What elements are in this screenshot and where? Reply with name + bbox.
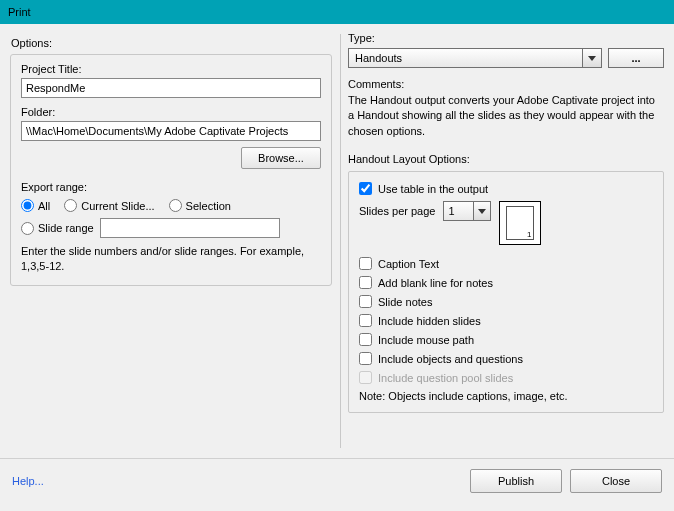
radio-all-label: All bbox=[38, 200, 50, 212]
window-title: Print bbox=[8, 6, 31, 18]
project-title-input[interactable] bbox=[21, 78, 321, 98]
check-notes-label: Slide notes bbox=[378, 296, 432, 308]
check-hidden-label: Include hidden slides bbox=[378, 315, 481, 327]
radio-current[interactable]: Current Slide... bbox=[64, 199, 154, 212]
close-button[interactable]: Close bbox=[570, 469, 662, 493]
type-dropdown[interactable]: Handouts bbox=[348, 48, 602, 68]
options-fieldset: Options: Project Title: Folder: Browse..… bbox=[10, 54, 332, 286]
type-options-button[interactable]: ... bbox=[608, 48, 664, 68]
check-hidden-slides[interactable]: Include hidden slides bbox=[359, 314, 481, 327]
check-pool-input bbox=[359, 371, 372, 384]
comments-label: Comments: bbox=[348, 78, 664, 90]
chevron-down-icon bbox=[588, 56, 596, 61]
radio-slide-range-input[interactable] bbox=[21, 222, 34, 235]
dialog-body: Options: Project Title: Folder: Browse..… bbox=[0, 24, 674, 458]
check-objects-input[interactable] bbox=[359, 352, 372, 365]
check-caption-text[interactable]: Caption Text bbox=[359, 257, 439, 270]
layout-preview bbox=[499, 201, 541, 245]
check-use-table-input[interactable] bbox=[359, 182, 372, 195]
slides-per-page-dropdown[interactable]: 1 bbox=[443, 201, 491, 221]
layout-note: Note: Objects include captions, image, e… bbox=[359, 390, 653, 402]
folder-label: Folder: bbox=[21, 106, 321, 118]
publish-button[interactable]: Publish bbox=[470, 469, 562, 493]
layout-options-label: Handout Layout Options: bbox=[348, 153, 664, 165]
browse-button[interactable]: Browse... bbox=[241, 147, 321, 169]
layout-options-box: Use table in the output Slides per page … bbox=[348, 171, 664, 413]
radio-selection[interactable]: Selection bbox=[169, 199, 231, 212]
slides-per-page-value: 1 bbox=[448, 205, 454, 217]
check-objects-questions[interactable]: Include objects and questions bbox=[359, 352, 523, 365]
footer-bar: Help... Publish Close bbox=[0, 458, 674, 502]
panel-divider bbox=[340, 34, 341, 448]
check-mouse-path[interactable]: Include mouse path bbox=[359, 333, 474, 346]
titlebar: Print bbox=[0, 0, 674, 24]
check-mouse-input[interactable] bbox=[359, 333, 372, 346]
check-caption-input[interactable] bbox=[359, 257, 372, 270]
check-blank-line[interactable]: Add blank line for notes bbox=[359, 276, 493, 289]
radio-selection-label: Selection bbox=[186, 200, 231, 212]
type-label: Type: bbox=[348, 32, 664, 44]
check-blank-input[interactable] bbox=[359, 276, 372, 289]
ellipsis-icon: ... bbox=[631, 52, 640, 64]
slide-range-hint: Enter the slide numbers and/or slide ran… bbox=[21, 244, 321, 275]
check-use-table[interactable]: Use table in the output bbox=[359, 182, 488, 195]
radio-all-input[interactable] bbox=[21, 199, 34, 212]
check-caption-label: Caption Text bbox=[378, 258, 439, 270]
check-use-table-label: Use table in the output bbox=[378, 183, 488, 195]
check-question-pool: Include question pool slides bbox=[359, 371, 513, 384]
export-range-label: Export range: bbox=[21, 181, 321, 193]
type-panel: Type: Handouts ... Comments: The Handout… bbox=[340, 24, 674, 458]
slides-per-page-label: Slides per page bbox=[359, 205, 435, 217]
export-range-radios: All Current Slide... Selection bbox=[21, 199, 321, 212]
check-mouse-label: Include mouse path bbox=[378, 334, 474, 346]
check-pool-label: Include question pool slides bbox=[378, 372, 513, 384]
chevron-down-icon bbox=[478, 209, 486, 214]
check-blank-label: Add blank line for notes bbox=[378, 277, 493, 289]
folder-input[interactable] bbox=[21, 121, 321, 141]
layout-preview-page bbox=[506, 206, 534, 240]
check-slide-notes[interactable]: Slide notes bbox=[359, 295, 432, 308]
project-title-label: Project Title: bbox=[21, 63, 321, 75]
radio-current-input[interactable] bbox=[64, 199, 77, 212]
radio-slide-range[interactable]: Slide range bbox=[21, 222, 94, 235]
check-notes-input[interactable] bbox=[359, 295, 372, 308]
radio-all[interactable]: All bbox=[21, 199, 50, 212]
options-panel: Options: Project Title: Folder: Browse..… bbox=[0, 24, 340, 458]
options-label: Options: bbox=[11, 37, 52, 49]
radio-slide-range-label: Slide range bbox=[38, 222, 94, 234]
check-objects-label: Include objects and questions bbox=[378, 353, 523, 365]
radio-selection-input[interactable] bbox=[169, 199, 182, 212]
radio-current-label: Current Slide... bbox=[81, 200, 154, 212]
help-link[interactable]: Help... bbox=[12, 475, 44, 487]
slide-range-input[interactable] bbox=[100, 218, 280, 238]
check-hidden-input[interactable] bbox=[359, 314, 372, 327]
comments-text: The Handout output converts your Adobe C… bbox=[348, 93, 664, 139]
type-dropdown-value: Handouts bbox=[355, 52, 402, 64]
